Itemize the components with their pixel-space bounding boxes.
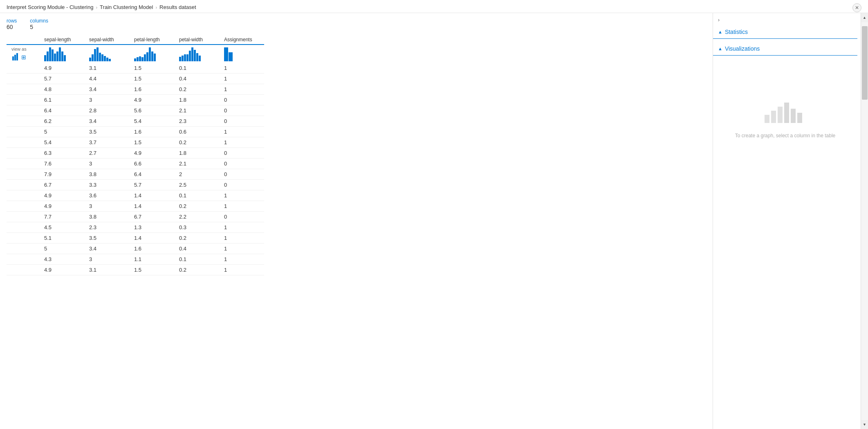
breadcrumb-part2[interactable]: Train Clustering Model [100, 4, 153, 10]
scrollbar[interactable]: ▲ ▼ [861, 13, 868, 429]
close-button[interactable]: ✕ [852, 3, 861, 12]
table-view-button[interactable]: ⊞ [20, 52, 27, 61]
table-cell: 3.4 [84, 84, 129, 95]
mini-bar [151, 51, 153, 61]
table-cell: 6.2 [39, 116, 84, 127]
scroll-down-button[interactable]: ▼ [861, 420, 868, 429]
mini-bar [229, 52, 233, 61]
table-cell: 0.1 [174, 63, 219, 74]
table-cell: 0.4 [174, 74, 219, 84]
table-cell: 1.5 [129, 137, 174, 148]
row-number [7, 116, 39, 127]
view-as-icons: ⊞ [11, 52, 34, 61]
table-cell: 1 [219, 137, 264, 148]
table-cell: 1 [219, 127, 264, 137]
table-cell: 0.2 [174, 201, 219, 212]
visualizations-collapse-arrow: ▲ [718, 46, 722, 51]
table-cell: 5.1 [39, 233, 84, 244]
table-cell: 2.7 [84, 148, 129, 159]
mini-bar [54, 54, 56, 61]
table-row: 6.32.74.91.80 [7, 148, 264, 159]
visualizations-section-header[interactable]: ▲ Visualizations [713, 42, 857, 56]
row-number [7, 159, 39, 169]
table-row: 6.42.85.62.10 [7, 105, 264, 116]
col-header-assignments[interactable]: Assignments [219, 34, 264, 45]
table-cell: 0.6 [174, 127, 219, 137]
table-cell: 3.3 [84, 180, 129, 190]
table-row: 7.73.86.72.20 [7, 212, 264, 222]
table-row: 7.93.86.420 [7, 169, 264, 180]
svg-rect-5 [797, 113, 802, 123]
columns-value: 5 [30, 24, 48, 30]
view-as-cell: view as ⊞ [7, 45, 39, 63]
mini-bar [96, 47, 99, 61]
mini-bar [184, 54, 186, 61]
table-wrapper[interactable]: sepal-length sepal-width petal-length pe… [7, 34, 713, 429]
table-cell: 3 [84, 159, 129, 169]
table-cell: 1.5 [129, 63, 174, 74]
table-cell: 1 [219, 222, 264, 233]
mini-bar [199, 56, 201, 61]
breadcrumb-part1: Interpret Scoring Module - Clustering [7, 4, 93, 10]
mini-chart-petal-length[interactable] [129, 45, 174, 63]
svg-rect-2 [778, 107, 783, 123]
row-number [7, 212, 39, 222]
col-header-sepal-length[interactable]: sepal-length [39, 34, 84, 45]
chart-placeholder-icon [760, 94, 810, 127]
mini-chart-sepal-length[interactable] [39, 45, 84, 63]
table-cell: 0 [219, 105, 264, 116]
table-cell: 0.1 [174, 190, 219, 201]
table-cell: 0.1 [174, 254, 219, 265]
stats-row: rows 60 columns 5 [7, 13, 713, 34]
table-row: 4.93.11.50.11 [7, 63, 264, 74]
col-header-petal-length[interactable]: petal-length [129, 34, 174, 45]
mini-bar [196, 53, 198, 61]
table-row: 4.93.61.40.11 [7, 190, 264, 201]
table-cell: 0 [219, 95, 264, 105]
table-cell: 2.1 [174, 105, 219, 116]
mini-bar [89, 58, 91, 61]
table-row: 6.134.91.80 [7, 95, 264, 105]
stat-rows: rows 60 [7, 18, 17, 30]
table-cell: 7.9 [39, 169, 84, 180]
col-header-sepal-width[interactable]: sepal-width [84, 34, 129, 45]
mini-chart-sepal-width[interactable] [84, 45, 129, 63]
row-number [7, 222, 39, 233]
mini-bar [47, 51, 49, 61]
mini-chart-assignments[interactable] [219, 45, 264, 63]
table-cell: 4.9 [39, 190, 84, 201]
table-cell: 1 [219, 84, 264, 95]
mini-bar [179, 57, 181, 61]
mini-bar [139, 56, 141, 61]
col-header-petal-width[interactable]: petal-width [174, 34, 219, 45]
table-cell: 3.5 [84, 127, 129, 137]
table-cell: 6.7 [129, 212, 174, 222]
row-number [7, 180, 39, 190]
mini-bar [59, 47, 61, 61]
statistics-collapse-arrow: ▲ [718, 29, 722, 34]
row-number [7, 244, 39, 254]
mini-bar [149, 47, 151, 61]
scroll-thumb[interactable] [862, 26, 868, 100]
mini-bar [44, 55, 46, 61]
scroll-up-button[interactable]: ▲ [861, 13, 868, 22]
statistics-section-header[interactable]: ▲ Statistics [713, 25, 857, 39]
mini-bar [106, 58, 108, 61]
mini-bar [49, 47, 51, 61]
table-cell: 5.4 [39, 137, 84, 148]
mini-bar [99, 53, 101, 61]
bar-chart-view-button[interactable] [11, 52, 19, 61]
expand-arrow[interactable]: › [713, 13, 857, 25]
svg-rect-4 [791, 109, 796, 123]
chart-placeholder: To create a graph, select a column in th… [735, 94, 835, 139]
chart-placeholder-text: To create a graph, select a column in th… [735, 132, 835, 139]
mini-bar [141, 57, 144, 61]
table-cell: 4.9 [39, 201, 84, 212]
mini-chart-petal-width[interactable] [174, 45, 219, 63]
table-cell: 0 [219, 116, 264, 127]
statistics-title: Statistics [725, 29, 748, 35]
table-cell: 3.8 [84, 169, 129, 180]
row-number [7, 169, 39, 180]
table-cell: 1 [219, 190, 264, 201]
table-cell: 1 [219, 201, 264, 212]
